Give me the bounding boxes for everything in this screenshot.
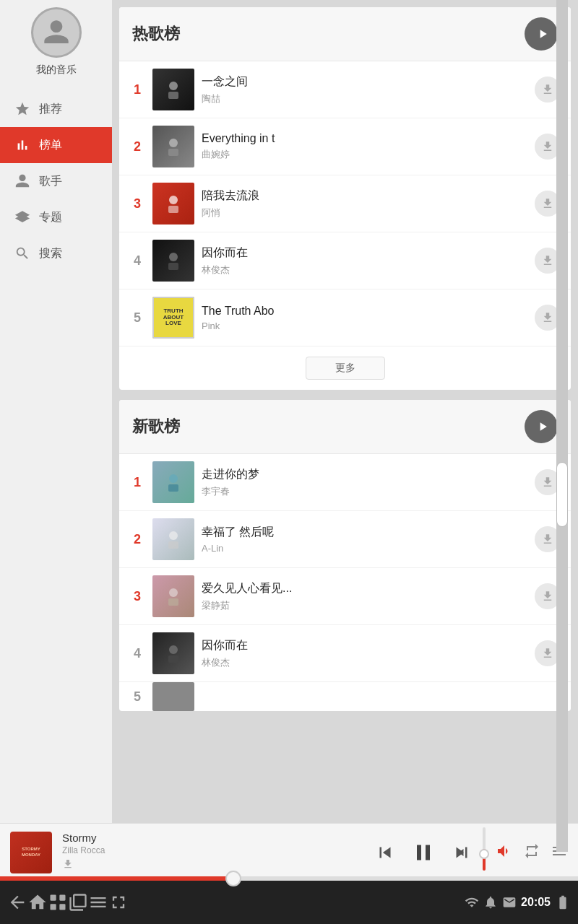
volume-icon[interactable] [496,842,513,863]
svg-point-0 [169,82,178,90]
progress-thumb[interactable] [225,871,241,886]
player-info: Stormy Zilla Rocca [62,832,364,873]
svg-rect-5 [168,206,178,213]
menu-button[interactable] [88,892,108,912]
sidebar-item-topics[interactable]: 专题 [0,199,112,235]
song-artist: 陶喆 [202,92,527,105]
svg-rect-19 [59,904,65,910]
song-artist: 李宇春 [202,485,527,498]
song-info: 走进你的梦 李宇春 [202,467,527,498]
new-chart-header: 新歌榜 [119,400,571,454]
rank-number: 5 [129,310,145,326]
song-artist: 林俊杰 [202,656,527,669]
sidebar-item-recommend[interactable]: 推荐 [0,91,112,127]
previous-button[interactable] [374,842,396,863]
hot-chart-header: 热歌榜 [119,7,571,61]
player-bar: STORMYMONDAY Stormy Zilla Rocca [0,823,578,881]
notification-icon [483,895,498,910]
album-art [152,126,194,167]
volume-slider[interactable] [483,827,486,878]
signal-icon [465,895,479,910]
album-art [152,632,194,674]
player-download-button[interactable] [62,858,364,873]
new-chart-title: 新歌榜 [132,416,180,437]
player-right-controls [483,827,568,878]
more-button[interactable]: 更多 [306,357,385,380]
repeat-icon[interactable] [523,842,540,863]
hot-chart-item-2[interactable]: 2 Everything in t 曲婉婷 [119,118,571,175]
song-info: 因你而在 林俊杰 [202,245,527,276]
song-artist: 曲婉婷 [202,148,527,161]
song-name: The Truth Abo [202,305,527,318]
screenshot-button[interactable] [68,892,88,912]
svg-point-14 [169,645,178,654]
svg-point-6 [169,253,178,261]
hot-chart-item-5[interactable]: 5 TRUTHABOUTLOVE The Truth Abo Pink [119,289,571,346]
fullscreen-button[interactable] [108,892,129,912]
pause-button[interactable] [410,840,436,866]
album-art: TRUTHABOUTLOVE [152,297,194,339]
album-art [152,682,194,711]
main-content: 热歌榜 1 一念之间 陶喆 2 [112,0,578,852]
hot-chart-play-button[interactable] [525,17,558,51]
sidebar: 我的音乐 推荐 榜单 歌手 专题 搜索 设置 [0,0,112,852]
scrollbar-track [556,0,568,852]
home-button[interactable] [27,892,48,912]
svg-point-4 [169,196,178,204]
svg-rect-1 [168,92,178,99]
svg-rect-13 [168,598,178,606]
song-info: 因你而在 林俊杰 [202,638,527,669]
svg-rect-17 [59,895,65,901]
song-name: 因你而在 [202,638,527,653]
sidebar-item-artists[interactable]: 歌手 [0,163,112,199]
rank-number: 2 [129,532,145,547]
recents-button[interactable] [48,892,68,912]
hot-chart-item-4[interactable]: 4 因你而在 林俊杰 [119,232,571,289]
new-chart-item-2[interactable]: 2 幸福了 然后呢 A-Lin [119,511,571,568]
next-button[interactable] [451,842,473,863]
song-artist: A-Lin [202,543,527,554]
svg-rect-3 [168,149,178,156]
player-song-name: Stormy [62,832,364,844]
album-art [152,69,194,110]
new-chart-play-button[interactable] [525,410,558,443]
player-album-art: STORMYMONDAY [10,832,52,873]
new-chart-item-5-partial[interactable]: 5 [119,682,571,711]
new-chart-section: 新歌榜 1 走进你的梦 李宇春 2 [119,400,571,711]
svg-point-12 [169,588,178,597]
rank-number: 2 [129,139,145,154]
song-name: 一念之间 [202,74,527,90]
song-artist: Pink [202,321,527,331]
hot-chart-item-1[interactable]: 1 一念之间 陶喆 [119,61,571,118]
album-art [152,518,194,560]
avatar [31,7,82,58]
album-art [152,240,194,282]
status-bar: 20:05 [465,894,571,910]
sidebar-item-label: 歌手 [39,174,62,189]
sidebar-item-label: 推荐 [39,102,62,117]
svg-rect-11 [168,541,178,549]
svg-point-10 [169,531,178,540]
svg-rect-9 [168,484,178,492]
svg-rect-15 [168,655,178,663]
progress-bar-track [0,876,578,881]
scrollbar-thumb[interactable] [556,462,568,527]
song-name: 因你而在 [202,245,527,261]
song-name: 走进你的梦 [202,467,527,482]
song-info: Everything in t 曲婉婷 [202,132,527,161]
svg-point-2 [169,139,178,147]
sidebar-item-charts[interactable]: 榜单 [0,127,112,163]
svg-rect-7 [168,263,178,270]
new-chart-item-3[interactable]: 3 爱久见人心看见... 梁静茹 [119,568,571,625]
hot-chart-item-3[interactable]: 3 陪我去流浪 阿悄 [119,175,571,232]
svg-point-8 [169,474,178,483]
sidebar-item-search[interactable]: 搜索 [0,235,112,271]
rank-number: 4 [129,646,145,661]
new-chart-item-1[interactable]: 1 走进你的梦 李宇春 [119,454,571,511]
new-chart-item-4[interactable]: 4 因你而在 林俊杰 [119,625,571,682]
rank-number: 5 [129,689,145,705]
time-display: 20:05 [521,896,551,909]
song-name: 爱久见人心看见... [202,581,527,596]
battery-icon [555,894,571,910]
back-button[interactable] [7,892,27,912]
